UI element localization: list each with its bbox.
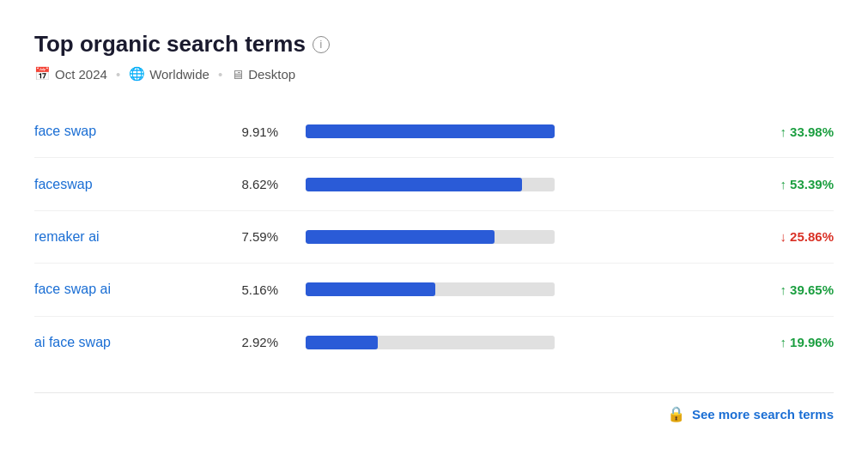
device-label: Desktop — [248, 67, 295, 82]
table-row: face swap ai5.16%↑ 39.65% — [34, 264, 834, 316]
device-item: 🖥 Desktop — [231, 67, 295, 82]
table-row: faceswap8.62%↑ 53.39% — [34, 158, 834, 210]
change-cell-4: ↑ 19.96% — [568, 316, 834, 368]
table-row: remaker ai7.59%↓ 25.86% — [34, 210, 834, 263]
region-label: Worldwide — [149, 67, 209, 82]
card: Top organic search terms i 📅 Oct 2024 • … — [0, 0, 868, 449]
bar-cell-0 — [292, 106, 568, 158]
bar-track-0 — [306, 124, 555, 138]
subtitle-row: 📅 Oct 2024 • 🌐 Worldwide • 🖥 Desktop — [34, 66, 834, 82]
date-item: 📅 Oct 2024 — [34, 66, 107, 82]
separator-1: • — [116, 67, 120, 82]
page-title: Top organic search terms — [34, 31, 306, 58]
bar-track-2 — [306, 230, 555, 244]
bar-cell-4 — [292, 316, 568, 368]
bar-track-3 — [306, 282, 555, 296]
bar-cell-1 — [292, 158, 568, 210]
term-cell-1[interactable]: faceswap — [34, 158, 223, 210]
bar-fill-3 — [306, 282, 435, 296]
table-row: ai face swap2.92%↑ 19.96% — [34, 316, 834, 368]
desktop-icon: 🖥 — [231, 67, 244, 82]
bar-cell-2 — [292, 210, 568, 263]
table-row: face swap9.91%↑ 33.98% — [34, 106, 834, 158]
change-cell-2: ↓ 25.86% — [568, 210, 834, 263]
term-cell-0[interactable]: face swap — [34, 106, 223, 158]
search-terms-table: face swap9.91%↑ 33.98%faceswap8.62%↑ 53.… — [34, 106, 834, 368]
region-item: 🌐 Worldwide — [129, 66, 209, 82]
bar-track-4 — [306, 336, 555, 349]
bar-fill-4 — [306, 336, 378, 349]
pct-cell-4: 2.92% — [223, 316, 292, 368]
bar-fill-1 — [306, 178, 522, 191]
term-cell-3[interactable]: face swap ai — [34, 264, 223, 316]
see-more-label: See more search terms — [692, 407, 834, 422]
calendar-icon: 📅 — [34, 66, 51, 82]
change-cell-1: ↑ 53.39% — [568, 158, 834, 210]
change-cell-3: ↑ 39.65% — [568, 264, 834, 316]
pct-cell-3: 5.16% — [223, 264, 292, 316]
lock-icon: 🔒 — [667, 405, 685, 423]
globe-icon: 🌐 — [129, 66, 145, 82]
bar-fill-2 — [306, 230, 495, 244]
term-cell-4[interactable]: ai face swap — [34, 316, 223, 368]
pct-cell-0: 9.91% — [223, 106, 292, 158]
info-icon[interactable]: i — [313, 36, 330, 53]
bar-fill-0 — [306, 124, 555, 138]
see-more-button[interactable]: 🔒 See more search terms — [667, 405, 834, 423]
bar-cell-3 — [292, 264, 568, 316]
pct-cell-1: 8.62% — [223, 158, 292, 210]
bar-track-1 — [306, 178, 555, 191]
change-cell-0: ↑ 33.98% — [568, 106, 834, 158]
date-label: Oct 2024 — [55, 67, 107, 82]
title-row: Top organic search terms i — [34, 31, 834, 58]
term-cell-2[interactable]: remaker ai — [34, 210, 223, 263]
pct-cell-2: 7.59% — [223, 210, 292, 263]
separator-2: • — [218, 67, 222, 82]
footer: 🔒 See more search terms — [34, 392, 834, 423]
